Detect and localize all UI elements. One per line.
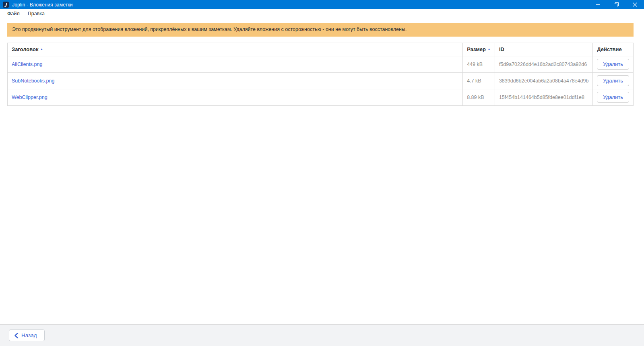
close-button[interactable] [625, 0, 644, 9]
table-row: WebClipper.png 8.89 kB 15f454b141464b5d8… [8, 89, 634, 105]
menubar: Файл Правка [0, 9, 644, 18]
minimize-icon [596, 2, 600, 7]
warning-banner: Это продвинутый инструмент для отображен… [7, 23, 634, 37]
header-id[interactable]: ID [495, 43, 592, 56]
header-size-label: Размер [467, 46, 486, 52]
attachment-link[interactable]: AllClients.png [12, 62, 42, 67]
chevron-left-icon [14, 333, 19, 338]
delete-button[interactable]: Удалить [597, 59, 629, 70]
minimize-button[interactable] [588, 0, 607, 9]
attachments-table: Заголовок▲ Размер▲ ID Действие AllClient… [7, 43, 634, 106]
delete-button[interactable]: Удалить [597, 75, 629, 86]
close-icon [633, 2, 637, 7]
header-title[interactable]: Заголовок▲ [8, 43, 463, 56]
sort-asc-icon: ▲ [40, 47, 43, 51]
main-content: Это продвинутый инструмент для отображен… [0, 18, 644, 106]
header-title-label: Заголовок [12, 46, 39, 52]
table-header-row: Заголовок▲ Размер▲ ID Действие [8, 43, 634, 56]
header-action-label: Действие [597, 46, 621, 52]
window-title: Joplin - Вложения заметки [12, 2, 73, 8]
attachment-size: 8.89 kB [463, 89, 495, 105]
attachment-id: f5d9a70226dd4e16b2ad2c80743a92d6 [495, 56, 592, 72]
header-action: Действие [593, 43, 634, 56]
restore-button[interactable] [607, 0, 625, 9]
attachment-link[interactable]: SubNotebooks.png [12, 78, 54, 84]
table-row: SubNotebooks.png 4.7 kB 3839dd6b2e004ab6… [8, 72, 634, 89]
attachment-link[interactable]: WebClipper.png [12, 95, 47, 100]
attachment-size: 4.7 kB [463, 72, 495, 89]
header-id-label: ID [499, 46, 504, 52]
sort-asc-icon: ▲ [487, 47, 491, 51]
menu-file[interactable]: Файл [3, 10, 24, 17]
back-button-label: Назад [21, 332, 37, 338]
menu-edit[interactable]: Правка [24, 10, 49, 17]
delete-button[interactable]: Удалить [597, 92, 629, 103]
footer-bar: Назад [0, 324, 644, 346]
header-size[interactable]: Размер▲ [463, 43, 495, 56]
back-button[interactable]: Назад [9, 330, 45, 341]
table-row: AllClients.png 449 kB f5d9a70226dd4e16b2… [8, 56, 634, 72]
attachment-size: 449 kB [463, 56, 495, 72]
joplin-logo-icon: J [3, 2, 9, 8]
attachment-id: 3839dd6b2e004ab6a2a08b4a478e4d9b [495, 72, 592, 89]
restore-icon [614, 2, 619, 7]
titlebar: J Joplin - Вложения заметки [0, 0, 644, 9]
attachment-id: 15f454b141464b5d85fde8ee01ddf1e8 [495, 89, 592, 105]
